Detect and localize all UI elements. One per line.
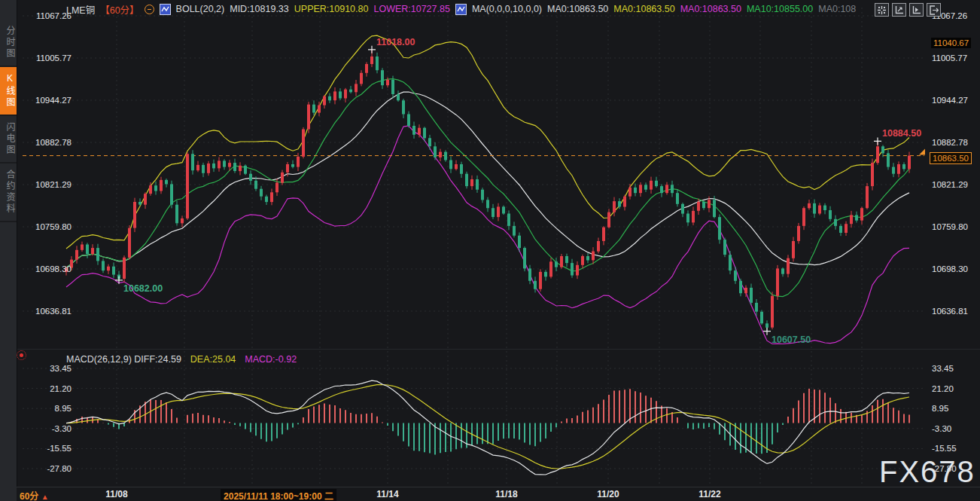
axis-label: -15.55 <box>932 443 957 454</box>
scale-axis-tool-button[interactable] <box>909 3 924 17</box>
macd-value: MACD:-0.92 <box>245 354 297 365</box>
main-chart-canvas[interactable]: 10682.0011018.0010607.5010884.50 <box>0 0 980 501</box>
axis-label: 10698.30 <box>932 264 968 274</box>
svg-text:10607.50: 10607.50 <box>772 335 811 345</box>
macd-dea-value: DEA:25.04 <box>190 354 236 365</box>
axis-label: 10636.81 <box>35 306 72 316</box>
axis-label: 10821.29 <box>35 179 72 190</box>
svg-text:11018.00: 11018.00 <box>376 37 415 47</box>
ma0-white-value: MA0:10863.50 <box>547 4 608 14</box>
axis-label: -15.55 <box>47 443 72 454</box>
boll-upper-value: UPPER:10910.80 <box>294 4 369 14</box>
fx678-watermark: FX678 <box>879 455 975 489</box>
ma-indicator-icon[interactable] <box>455 4 467 15</box>
axis-label: 11005.77 <box>36 53 72 63</box>
sidebar-item-timeline-chart[interactable]: 分时图 <box>0 20 17 67</box>
macd-title-diff-value: MACD(26,12,9) DIFF:24.59 <box>66 354 181 365</box>
axis-label: 10821.29 <box>932 179 968 190</box>
axis-label: 10759.80 <box>932 221 968 232</box>
prev-close-badge: 11040.67 <box>931 38 971 48</box>
svg-text:10884.50: 10884.50 <box>882 128 921 139</box>
axis-label: 33.45 <box>50 363 72 374</box>
axis-label: 10759.80 <box>35 221 72 232</box>
axis-label: 33.45 <box>932 363 954 374</box>
date-tick-label: 11/20 <box>597 489 619 499</box>
axis-label: 21.20 <box>932 383 954 394</box>
chart-type-sidebar: 分时图 K线图 闪电图 合约资料 <box>0 0 17 501</box>
selected-candle-time-label: 2025/11/11 18:00~19:00 二 <box>221 489 336 501</box>
macd-legend-bar: MACD(26,12,9) DIFF:24.59 DEA:25.04 MACD:… <box>66 354 297 365</box>
kline-app: { "sidebar": { "tabs": [ {"label": "分时图"… <box>0 0 980 501</box>
indicator-legend-bar: LME铜 【60分】 BOLL(20,2) MID:10819.33 UPPER… <box>66 2 856 16</box>
chart-toolbar <box>875 3 941 17</box>
period-arrow-icon: ▲ <box>41 493 49 501</box>
axis-label: -3.30 <box>932 423 951 434</box>
date-tick-label: 11/18 <box>495 489 517 499</box>
axis-label: 10636.81 <box>932 306 968 316</box>
date-tick-label: 11/14 <box>376 489 398 499</box>
crosshair-tool-button[interactable] <box>875 3 889 17</box>
svg-text:10682.00: 10682.00 <box>123 283 163 294</box>
sidebar-item-lightning-chart[interactable]: 闪电图 <box>0 116 17 163</box>
axis-label: 8.95 <box>932 403 948 414</box>
axis-label: 10944.27 <box>932 95 968 105</box>
exit-panel-tool-button[interactable] <box>927 3 941 17</box>
ma0-gray-value: MA0:108 <box>818 4 856 14</box>
axis-label: 11005.77 <box>932 53 967 63</box>
boll-mid-value: MID:10819.33 <box>230 4 289 14</box>
collapse-icon[interactable] <box>145 5 154 14</box>
boll-indicator-icon[interactable] <box>160 4 171 15</box>
ma0-yellow-value: MA0:10863.50 <box>613 4 674 14</box>
last-price-badge: 10863.50 <box>930 152 972 164</box>
date-tick-label: 11/22 <box>698 489 720 499</box>
axis-label: 10698.30 <box>35 264 72 274</box>
ma10-green-value: MA10:10855.00 <box>747 4 813 14</box>
axis-label: 21.20 <box>50 383 72 394</box>
boll-title: BOLL(20,2) <box>176 4 225 14</box>
right-price-axis: 11067.2611005.7710944.2710882.7810821.29… <box>932 0 978 501</box>
symbol-name: LME铜 <box>66 2 95 17</box>
ma-title: MA(0,0,0,10,0,0) <box>472 4 542 14</box>
sidebar-item-kline-chart[interactable]: K线图 <box>0 67 17 116</box>
boll-lower-value: LOWER:10727.85 <box>373 4 449 14</box>
panel-divider <box>17 349 980 350</box>
axis-label: -3.30 <box>52 423 72 434</box>
zoom-axis-tool-button[interactable] <box>892 3 906 17</box>
indicator-settings-icon[interactable] <box>17 350 26 360</box>
axis-label: 10944.27 <box>35 95 72 105</box>
axis-label: 8.95 <box>55 403 72 414</box>
date-tick-label: 11/08 <box>105 489 127 499</box>
period-label: 【60分】 <box>100 2 138 17</box>
axis-label: -27.80 <box>47 463 72 474</box>
time-axis-bar: 60分 ▲ 11/082025/11/11 18:00~19:00 二11/14… <box>17 487 980 501</box>
left-price-axis: 11067.2611005.7710944.2710882.7810821.29… <box>21 0 72 501</box>
period-selector[interactable]: 60分 ▲ <box>20 489 49 501</box>
sidebar-item-contract-info[interactable]: 合约资料 <box>0 163 17 222</box>
axis-label: 10882.78 <box>35 137 72 148</box>
ma0-magenta-value: MA0:10863.50 <box>680 4 741 14</box>
axis-label: 10882.78 <box>932 137 968 148</box>
